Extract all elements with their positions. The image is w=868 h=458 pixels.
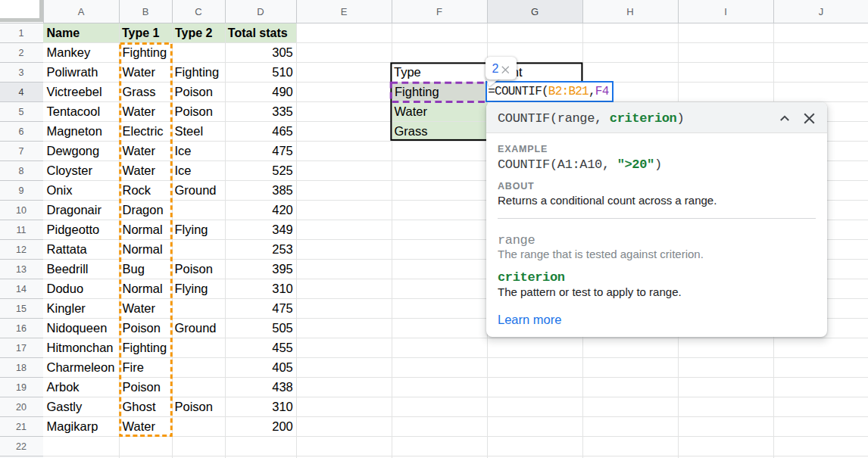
svg-text:1: 1 — [19, 28, 24, 39]
svg-text:Water: Water — [123, 419, 156, 433]
svg-text:253: 253 — [272, 242, 293, 256]
svg-text:7: 7 — [19, 146, 24, 157]
svg-text:Normal: Normal — [123, 223, 163, 236]
svg-text:Poison: Poison — [175, 400, 213, 413]
svg-text:9: 9 — [19, 185, 24, 196]
svg-text:Magneton: Magneton — [47, 124, 102, 138]
svg-text:G: G — [531, 6, 539, 17]
svg-text:Charmeleon: Charmeleon — [47, 360, 115, 374]
svg-text:Beedrill: Beedrill — [47, 262, 89, 276]
svg-text:B: B — [142, 6, 149, 17]
svg-text:Fighting: Fighting — [123, 341, 167, 354]
svg-text:Water: Water — [123, 65, 156, 79]
svg-text:16: 16 — [16, 323, 27, 334]
svg-text:Steel: Steel — [175, 124, 204, 138]
svg-text:385: 385 — [272, 183, 293, 197]
svg-text:Type: Type — [394, 65, 421, 79]
svg-text:Poison: Poison — [175, 104, 213, 118]
svg-text:Normal: Normal — [123, 282, 163, 295]
svg-text:Electric: Electric — [123, 124, 164, 138]
svg-text:Water: Water — [123, 144, 156, 157]
svg-text:Kingler: Kingler — [47, 301, 86, 315]
svg-text:490: 490 — [272, 85, 293, 98]
svg-text:Flying: Flying — [175, 282, 208, 295]
svg-text:Flying: Flying — [175, 223, 208, 236]
svg-text:420: 420 — [272, 203, 293, 217]
svg-text:4: 4 — [19, 87, 24, 98]
svg-text:Water: Water — [123, 301, 156, 315]
svg-text:6: 6 — [19, 126, 24, 137]
svg-text:Dragonair: Dragonair — [47, 203, 102, 217]
svg-text:14: 14 — [16, 284, 27, 294]
svg-text:200: 200 — [272, 419, 293, 433]
svg-text:Pidgeotto: Pidgeotto — [47, 223, 100, 236]
svg-text:Fighting: Fighting — [175, 65, 220, 79]
svg-text:Total stats: Total stats — [228, 26, 288, 39]
svg-text:438: 438 — [272, 380, 293, 394]
svg-text:505: 505 — [272, 321, 293, 335]
svg-text:Gastly: Gastly — [47, 400, 83, 413]
svg-text:17: 17 — [16, 343, 27, 354]
svg-text:Dewgong: Dewgong — [47, 144, 100, 157]
svg-text:E: E — [341, 6, 348, 17]
svg-text:H: H — [626, 6, 633, 17]
svg-text:J: J — [819, 6, 824, 17]
svg-text:Ground: Ground — [175, 183, 217, 197]
svg-text:Water: Water — [123, 164, 156, 177]
svg-text:20: 20 — [16, 402, 27, 413]
svg-text:Grass: Grass — [123, 85, 156, 98]
svg-text:Fighting: Fighting — [123, 45, 167, 59]
svg-text:Mankey: Mankey — [47, 45, 92, 59]
svg-text:11: 11 — [17, 225, 27, 235]
svg-text:Magikarp: Magikarp — [47, 419, 98, 433]
svg-text:310: 310 — [272, 282, 293, 295]
svg-text:A: A — [78, 6, 85, 17]
svg-text:Arbok: Arbok — [47, 380, 80, 394]
svg-text:Ice: Ice — [175, 164, 192, 177]
svg-text:475: 475 — [272, 301, 293, 315]
svg-text:Tentacool: Tentacool — [47, 104, 101, 118]
svg-text:Fire: Fire — [123, 360, 144, 374]
svg-text:349: 349 — [272, 223, 293, 236]
svg-text:Dragon: Dragon — [123, 203, 164, 217]
svg-text:Normal: Normal — [123, 242, 163, 256]
svg-text:13: 13 — [16, 264, 27, 275]
svg-text:510: 510 — [272, 65, 293, 79]
svg-text:Rattata: Rattata — [47, 242, 88, 256]
svg-text:Doduo: Doduo — [47, 282, 84, 295]
svg-text:10: 10 — [16, 205, 27, 216]
svg-text:Victreebel: Victreebel — [47, 85, 102, 98]
svg-text:12: 12 — [16, 245, 27, 255]
svg-text:Grass: Grass — [395, 124, 428, 138]
svg-text:475: 475 — [272, 144, 293, 157]
svg-text:310: 310 — [272, 400, 293, 413]
svg-text:22: 22 — [16, 441, 27, 452]
svg-text:19: 19 — [16, 382, 27, 393]
svg-text:Water: Water — [123, 104, 156, 118]
svg-text:D: D — [257, 6, 264, 17]
svg-text:Poliwrath: Poliwrath — [47, 65, 98, 79]
svg-text:335: 335 — [272, 104, 293, 118]
svg-text:Type 2: Type 2 — [175, 26, 213, 39]
svg-text:18: 18 — [16, 363, 27, 373]
svg-text:Name: Name — [47, 26, 80, 39]
svg-text:305: 305 — [272, 45, 293, 59]
svg-text:15: 15 — [16, 304, 27, 314]
svg-text:Hitmonchan: Hitmonchan — [47, 341, 114, 354]
svg-text:Cloyster: Cloyster — [47, 164, 93, 177]
svg-text:Poison: Poison — [175, 262, 213, 276]
svg-text:Type 1: Type 1 — [122, 26, 160, 39]
svg-text:405: 405 — [272, 360, 293, 374]
svg-text:5: 5 — [19, 107, 24, 117]
svg-text:Fighting: Fighting — [395, 85, 439, 98]
svg-text:525: 525 — [272, 164, 293, 177]
svg-text:455: 455 — [272, 341, 293, 354]
svg-text:8: 8 — [19, 166, 24, 176]
svg-text:Bug: Bug — [123, 262, 145, 276]
svg-text:F: F — [436, 6, 442, 17]
svg-text:C: C — [195, 6, 201, 17]
svg-text:I: I — [724, 6, 727, 17]
svg-text:2: 2 — [19, 48, 24, 58]
svg-text:Onix: Onix — [47, 183, 73, 197]
svg-text:Nidoqueen: Nidoqueen — [47, 321, 108, 335]
